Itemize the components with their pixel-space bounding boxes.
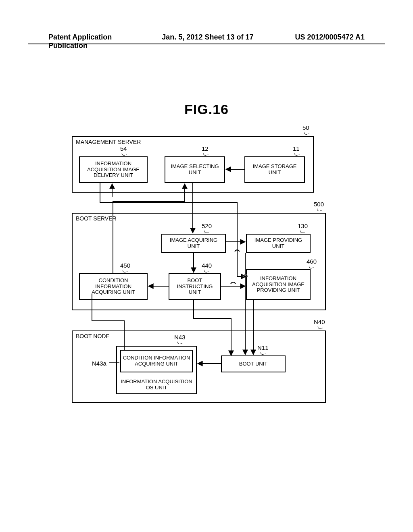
ref-tick-500 xyxy=(317,208,322,212)
info-acq-image-delivery-unit: INFORMATION ACQUISITION IMAGE DELIVERY U… xyxy=(79,156,148,183)
ref-n43a: N43a xyxy=(92,360,106,367)
ref-11: 11 xyxy=(293,145,300,152)
ref-460: 460 xyxy=(307,258,317,265)
image-acquiring-unit: IMAGE ACQUIRING UNIT xyxy=(161,234,226,253)
ref-520: 520 xyxy=(202,222,212,229)
ref-n11: N11 xyxy=(257,344,269,351)
boot-node-box: BOOT NODE xyxy=(72,330,326,403)
ref-tick-n40 xyxy=(317,325,323,330)
ref-n43: N43 xyxy=(174,334,186,341)
info-acq-os-unit-label: INFORMATION ACQUISITION OS UNIT xyxy=(118,379,195,391)
ref-440: 440 xyxy=(202,262,212,269)
image-selecting-unit: IMAGE SELECTING UNIT xyxy=(165,156,225,183)
management-server-title: MANAGEMENT SERVER xyxy=(76,139,141,145)
figure-title: FIG.16 xyxy=(0,102,413,117)
boot-node-title: BOOT NODE xyxy=(76,333,110,339)
boot-instructing-unit: BOOT INSTRUCTING UNIT xyxy=(169,273,221,300)
ref-50: 50 xyxy=(302,124,309,131)
ref-54: 54 xyxy=(120,145,127,152)
page-header: Patent Application Publication Jan. 5, 2… xyxy=(0,33,413,50)
image-providing-unit: IMAGE PROVIDING UNIT xyxy=(246,234,311,253)
condition-info-acquiring-unit: CONDITION INFORMATION ACQUIRING UNIT xyxy=(79,273,148,300)
boot-unit: BOOT UNIT xyxy=(221,355,286,372)
ref-500: 500 xyxy=(314,201,324,208)
ref-130: 130 xyxy=(298,222,308,229)
header-rule xyxy=(28,44,385,44)
header-right: US 2012/0005472 A1 xyxy=(263,33,365,50)
ref-12: 12 xyxy=(202,145,209,152)
header-center: Jan. 5, 2012 Sheet 13 of 17 xyxy=(150,33,263,50)
header-left: Patent Application Publication xyxy=(48,33,150,50)
info-acq-image-providing-unit: INFORMATION ACQUISITION IMAGE PROVIDING … xyxy=(246,269,311,300)
ref-tick-50 xyxy=(304,131,309,135)
node-condition-info-acquiring-unit: CONDITION INFORMATION ACQUIRING UNIT xyxy=(120,350,193,372)
image-storage-unit: IMAGE STORAGE UNIT xyxy=(244,156,305,183)
boot-server-title: BOOT SERVER xyxy=(76,215,117,222)
ref-n40: N40 xyxy=(314,318,325,325)
ref-450: 450 xyxy=(120,262,130,269)
